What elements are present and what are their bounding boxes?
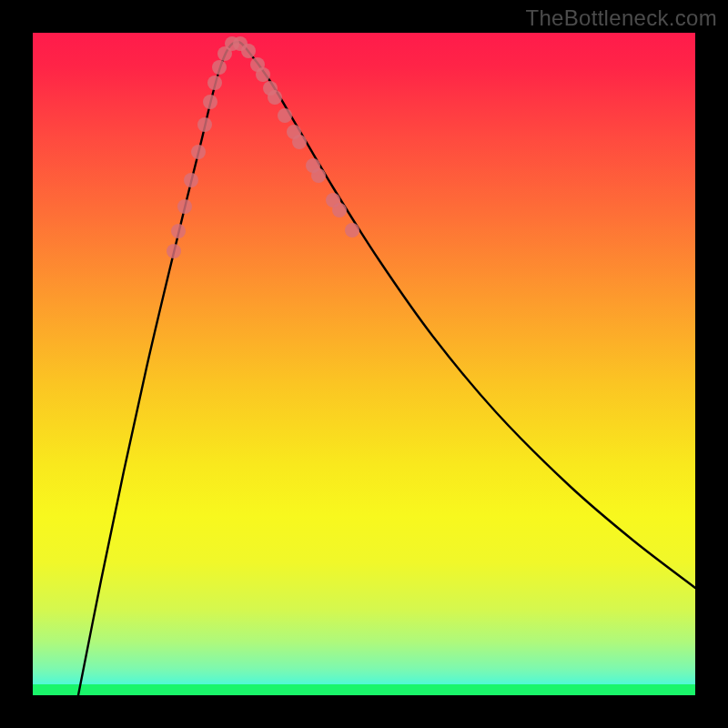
bottleneck-curve-path	[78, 42, 695, 695]
curve-dot	[184, 173, 198, 187]
curve-dot	[191, 145, 206, 159]
outer-frame: TheBottleneck.com	[0, 0, 728, 728]
curve-dot	[167, 244, 181, 258]
curve-dot	[241, 44, 256, 58]
curve-dot	[212, 60, 227, 75]
curve-dot	[177, 199, 192, 214]
curve-dot	[207, 76, 222, 90]
plot-area	[33, 33, 695, 695]
watermark-text: TheBottleneck.com	[525, 5, 717, 31]
curve-dot	[256, 67, 270, 82]
curve-dot	[203, 95, 217, 109]
curve-dot	[278, 108, 292, 123]
curve-dot	[311, 168, 326, 183]
curve-dot	[332, 203, 347, 217]
marker-group	[167, 36, 359, 258]
curve-dot	[292, 135, 307, 149]
curve-svg	[33, 33, 695, 695]
curve-dot	[197, 117, 212, 132]
curve-dot	[171, 224, 186, 238]
curve-dot	[268, 90, 282, 105]
curve-dot	[345, 223, 359, 238]
